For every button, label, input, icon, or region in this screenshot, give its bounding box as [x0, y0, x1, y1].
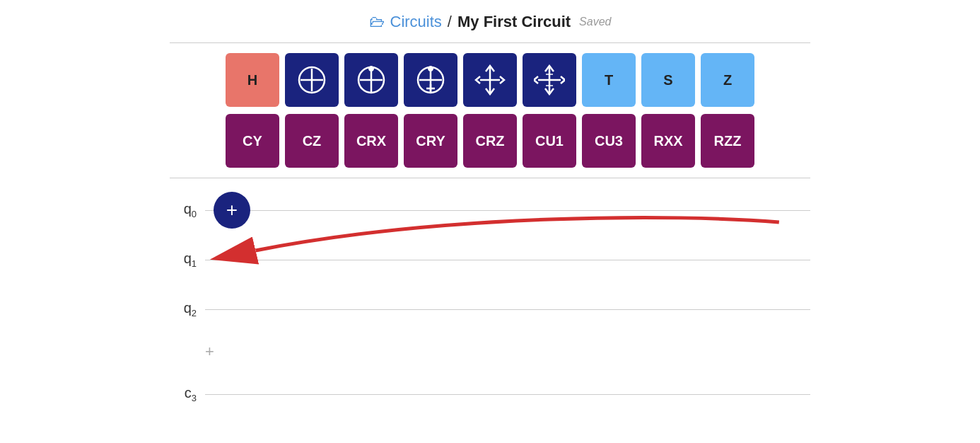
add-qubit-row[interactable]: +	[170, 334, 810, 369]
gate-S[interactable]: S	[641, 53, 695, 107]
gate-row-1: H	[226, 53, 754, 107]
gate-row-2: CY CZ CRX CRY CRZ CU1 CU3 RXX RZZ	[226, 114, 754, 168]
gate-Z2[interactable]	[404, 53, 457, 107]
folder-icon: 🗁	[369, 13, 385, 31]
breadcrumb-separator: /	[448, 13, 452, 31]
qubit-row-c3: c3	[170, 369, 810, 419]
qubit-label-c3: c3	[170, 385, 205, 403]
qubit-line-q0: +	[205, 210, 810, 211]
gate-RZZ[interactable]: RZZ	[701, 114, 754, 168]
saved-badge: Saved	[579, 16, 611, 28]
gate-CU1[interactable]: CU1	[523, 114, 576, 168]
add-qubit-icon[interactable]: +	[205, 343, 214, 361]
qubit-label-q2: q2	[170, 300, 205, 318]
svg-point-10	[428, 67, 433, 71]
gate-CU3[interactable]: CU3	[582, 114, 636, 168]
gate-X[interactable]	[285, 53, 339, 107]
gate-CY[interactable]: CY	[226, 114, 279, 168]
breadcrumb: 🗁 Circuits / My First Circuit Saved	[0, 0, 980, 42]
qubit-line-q2	[205, 309, 810, 310]
svg-point-6	[369, 67, 374, 71]
gate-RXX[interactable]: RXX	[641, 114, 695, 168]
gate-toolbar: H	[0, 43, 980, 178]
gate-CZ[interactable]: CZ	[285, 114, 339, 168]
circuit-name: My First Circuit	[457, 13, 571, 31]
gate-Z[interactable]: Z	[701, 53, 754, 107]
circuits-link[interactable]: Circuits	[390, 13, 442, 31]
gate-Y[interactable]	[344, 53, 398, 107]
gate-H[interactable]: H	[226, 53, 279, 107]
add-gate-q0-button[interactable]: +	[214, 192, 250, 229]
circuit-area: q0 + q1 q2 + c3	[170, 178, 810, 419]
qubit-row-q0: q0 +	[170, 185, 810, 235]
gate-CRY[interactable]: CRY	[404, 114, 457, 168]
qubit-label-q0: q0	[170, 201, 205, 219]
gate-CRX[interactable]: CRX	[344, 114, 398, 168]
gate-CRZ[interactable]: CRZ	[463, 114, 517, 168]
qubit-row-q2: q2	[170, 284, 810, 334]
qubit-line-q1	[205, 260, 810, 260]
qubit-line-c3	[205, 394, 810, 395]
qubit-label-q1: q1	[170, 251, 205, 269]
gate-Z3[interactable]	[523, 53, 576, 107]
gate-X2[interactable]	[463, 53, 517, 107]
gate-T[interactable]: T	[582, 53, 636, 107]
qubit-row-q1: q1	[170, 235, 810, 284]
